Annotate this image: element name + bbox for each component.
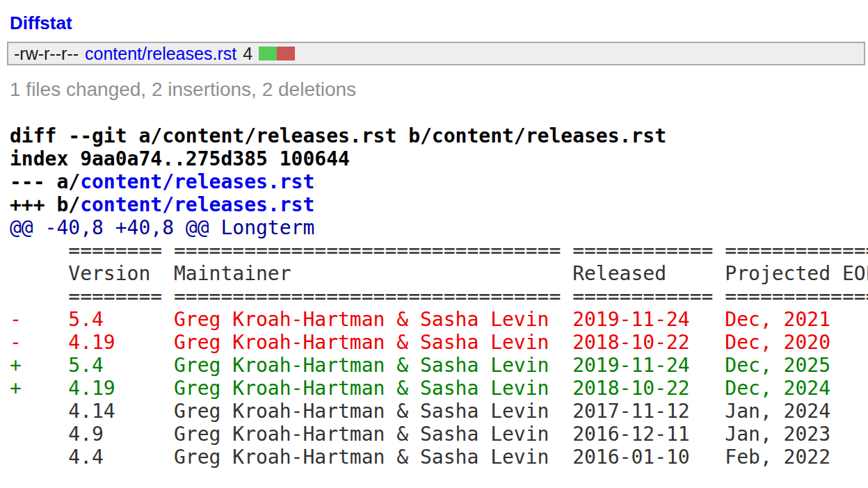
added-line: + 4.19 Greg Kroah-Hartman & Sasha Levin … — [10, 377, 868, 400]
diff-new-file-line: +++ b/content/releases.rst — [10, 193, 868, 216]
diffstat-graph — [259, 47, 295, 60]
commit-diff-page: Diffstat -rw-r--r-- content/releases.rst… — [0, 13, 868, 469]
file-path-link[interactable]: content/releases.rst — [85, 46, 236, 61]
context-line: ======== ===============================… — [10, 285, 868, 308]
new-file-prefix: +++ b/ — [10, 193, 80, 216]
old-file-prefix: --- a/ — [10, 170, 80, 193]
hunk-header-line: @@ -40,8 +40,8 @@ Longterm — [10, 216, 868, 239]
diff-content: diff --git a/content/releases.rst b/cont… — [0, 124, 868, 469]
diffstat-graph-add — [259, 47, 277, 60]
context-line: Version Maintainer Released Projected EO… — [10, 262, 868, 285]
context-line: 4.9 Greg Kroah-Hartman & Sasha Levin 201… — [10, 423, 868, 446]
changed-lines-count: 4 — [243, 46, 252, 61]
diff-index-line: index 9aa0a74..275d385 100644 — [10, 147, 868, 170]
context-line: ======== ===============================… — [10, 239, 868, 262]
diff-git-line: diff --git a/content/releases.rst b/cont… — [10, 124, 868, 147]
diffstat-file-row: -rw-r--r-- content/releases.rst 4 — [7, 42, 865, 65]
deleted-line: - 4.19 Greg Kroah-Hartman & Sasha Levin … — [10, 331, 868, 354]
context-line: 4.14 Greg Kroah-Hartman & Sasha Levin 20… — [10, 400, 868, 423]
new-file-path-link[interactable]: content/releases.rst — [80, 193, 314, 216]
file-mode: -rw-r--r-- — [14, 46, 79, 61]
context-line: 4.4 Greg Kroah-Hartman & Sasha Levin 201… — [10, 446, 868, 469]
diffstat-section-header: Diffstat — [10, 13, 868, 33]
deleted-line: - 5.4 Greg Kroah-Hartman & Sasha Levin 2… — [10, 308, 868, 331]
diffstat-summary: 1 files changed, 2 insertions, 2 deletio… — [10, 78, 868, 101]
diffstat-link[interactable]: Diffstat — [10, 13, 72, 33]
added-line: + 5.4 Greg Kroah-Hartman & Sasha Levin 2… — [10, 354, 868, 377]
old-file-path-link[interactable]: content/releases.rst — [80, 170, 314, 193]
diff-old-file-line: --- a/content/releases.rst — [10, 170, 868, 193]
diffstat-graph-del — [277, 47, 295, 60]
